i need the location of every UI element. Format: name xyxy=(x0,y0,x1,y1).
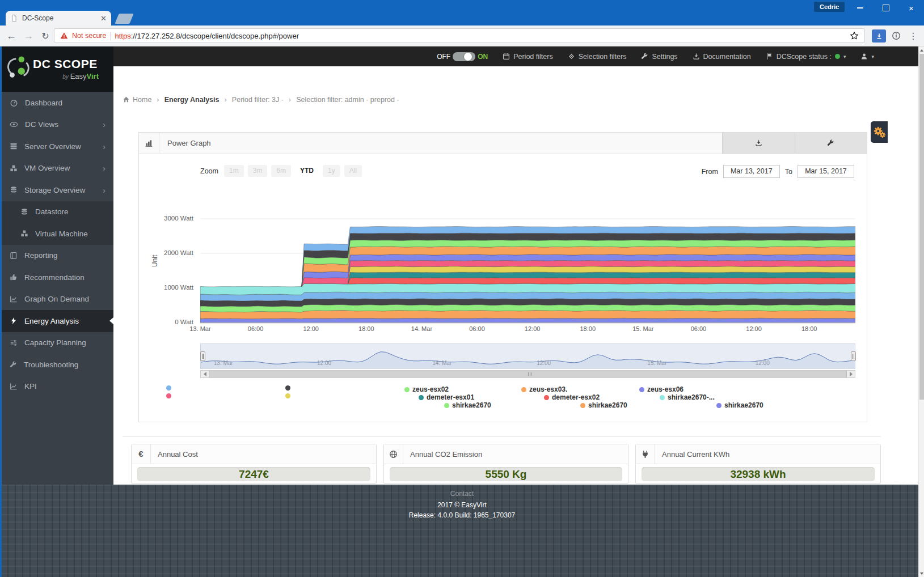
legend-dot xyxy=(521,387,526,392)
tab-title: DC-Scope xyxy=(22,14,96,22)
sidebar-item-capacity-planning[interactable]: Capacity Planning xyxy=(0,332,113,354)
toggle-track[interactable] xyxy=(453,52,475,61)
extension-download-button[interactable] xyxy=(872,29,886,43)
to-date-input[interactable]: Mar 15, 2017 xyxy=(798,165,854,178)
sidebar-item-label: Capacity Planning xyxy=(24,338,86,347)
legend-item-demeter-esx01[interactable]: demeter-esx01 xyxy=(419,393,474,401)
window-minimize-button[interactable] xyxy=(847,0,873,16)
window-close-button[interactable]: × xyxy=(898,0,924,16)
sidebar-item-dashboard[interactable]: Dashboard xyxy=(0,92,113,114)
navbar-item-item[interactable]: ▾ xyxy=(860,53,874,60)
browser-profile-badge[interactable]: Cedric xyxy=(814,2,845,12)
url-bar[interactable]: Not secure https://172.27.252.8/dcscope/… xyxy=(54,28,865,43)
legend-item-shirkae2670[interactable]: shirkae2670 xyxy=(580,401,627,409)
export-button[interactable] xyxy=(723,133,795,154)
scroll-right-arrow[interactable] xyxy=(847,371,855,377)
sidebar-item-recommendation[interactable]: Recommendation xyxy=(0,266,113,288)
scroll-down-button[interactable] xyxy=(919,570,924,577)
zoom-button-1m[interactable]: 1m xyxy=(224,165,244,177)
breadcrumb-home[interactable]: Home xyxy=(123,96,151,104)
scrollbar-grip xyxy=(528,372,532,376)
navigator-handle-left[interactable] xyxy=(200,351,205,361)
legend-item-item[interactable] xyxy=(166,393,171,398)
navbar-item-settings[interactable]: Settings xyxy=(641,53,677,61)
navigator-label: 12:00 xyxy=(537,360,551,366)
legend-item-shirkae2670[interactable]: shirkae2670 xyxy=(444,401,491,409)
legend-item-zeus-esx06[interactable]: zeus-esx06 xyxy=(639,385,683,393)
reload-button[interactable]: ↻ xyxy=(37,28,53,44)
navbar-item-documentation[interactable]: Documentation xyxy=(693,53,751,61)
scroll-left-arrow[interactable] xyxy=(201,371,209,377)
window-maximize-button[interactable] xyxy=(873,0,898,16)
scroll-up-button[interactable] xyxy=(919,46,924,54)
chart-scrollbar[interactable] xyxy=(200,370,855,378)
info-button[interactable] xyxy=(888,28,904,44)
page-scrollbar-thumb[interactable] xyxy=(919,54,924,400)
settings-gear-tab[interactable] xyxy=(871,121,888,143)
legend-label: demeter-esx02 xyxy=(552,393,600,401)
page-scrollbar[interactable] xyxy=(918,46,924,577)
sidebar-item-vm-overview[interactable]: VM Overview› xyxy=(0,158,113,180)
legend-item-item[interactable] xyxy=(166,385,171,391)
legend-item-zeus-esx03[interactable]: zeus-esx03. xyxy=(521,385,567,393)
zoom-button-1y[interactable]: 1y xyxy=(323,165,340,177)
wrench-icon xyxy=(641,53,648,60)
release-text: Release: 4.0.0 Build: 1965_170307 xyxy=(0,511,924,519)
sidebar-item-kpi[interactable]: KPI xyxy=(0,376,113,398)
navbar-item-dcscope-status[interactable]: DCScope status :▾ xyxy=(766,53,846,61)
sidebar-item-datastore[interactable]: Datastore xyxy=(0,201,113,223)
sidebar-item-storage-overview[interactable]: Storage Overview› xyxy=(0,179,113,201)
navigator-handle-right[interactable] xyxy=(851,351,856,361)
download-arrow-icon xyxy=(875,32,883,40)
zoom-button-ytd[interactable]: YTD xyxy=(295,165,319,177)
server-overview-icon xyxy=(10,142,18,150)
breadcrumb-label: Energy Analysis xyxy=(164,96,220,104)
legend-item-shirkae2670[interactable]: shirkae2670-... xyxy=(660,393,715,401)
navbar-item-period-filters[interactable]: Period filters xyxy=(503,53,552,61)
chevron-right-icon: › xyxy=(103,142,106,151)
url-rest: ://172.27.252.8/dcscope/client/dcscope.p… xyxy=(131,32,299,40)
bookmark-star-icon[interactable] xyxy=(850,31,859,40)
legend-item-shirkae2670[interactable]: shirkae2670 xyxy=(716,401,763,409)
navbar-item-selection-filters[interactable]: Selection filters xyxy=(568,53,627,61)
chart-navigator[interactable]: 13. Mar12:0014. Mar12:0015. Mar12:00 xyxy=(200,343,855,369)
chevron-right-icon: › xyxy=(103,120,106,129)
back-button[interactable]: ← xyxy=(3,28,19,44)
filters-toggle[interactable]: OFF ON xyxy=(437,52,488,61)
sidebar-item-energy-analysis[interactable]: Energy Analysis xyxy=(0,310,113,332)
legend-item-demeter-esx02[interactable]: demeter-esx02 xyxy=(544,393,600,401)
configure-button[interactable] xyxy=(795,133,867,154)
sidebar-item-reporting[interactable]: Reporting xyxy=(0,245,113,267)
screen: DC-Scope ✕ Cedric × ← → ↻ Not secure htt… xyxy=(0,0,924,577)
sidebar-item-virtual-machine[interactable]: Virtual Machine xyxy=(0,223,113,245)
zoom-button-6m[interactable]: 6m xyxy=(271,165,291,177)
configure-wrench-icon xyxy=(827,139,834,147)
new-tab-button[interactable] xyxy=(115,14,133,24)
contact-link[interactable]: Contact xyxy=(0,485,924,498)
browser-menu-button[interactable]: ⋮ xyxy=(905,28,921,44)
breadcrumb-separator: › xyxy=(225,95,227,104)
sidebar-item-server-overview[interactable]: Server Overview› xyxy=(0,135,113,158)
recommendation-icon xyxy=(10,273,18,281)
breadcrumb-energy-analysis[interactable]: Energy Analysis xyxy=(164,96,220,104)
tab-close-icon[interactable]: ✕ xyxy=(100,15,107,22)
breadcrumb-period-filter-3j[interactable]: Period filter: 3J - xyxy=(232,96,284,104)
sidebar-item-troubleshooting[interactable]: Troubleshooting xyxy=(0,354,113,376)
forward-button[interactable]: → xyxy=(20,28,36,44)
legend-item-item[interactable] xyxy=(285,385,290,391)
power-graph-chart[interactable] xyxy=(200,188,855,336)
sidebar-item-graph-on-demand[interactable]: Graph On Demand xyxy=(0,288,113,311)
breadcrumb-selection-filter-admin-preprod[interactable]: Selection filter: admin - preprod - xyxy=(296,96,399,104)
scrollbar-thumb[interactable] xyxy=(209,371,847,377)
zoom-button-all[interactable]: All xyxy=(344,165,362,177)
legend-label: zeus-esx02 xyxy=(412,385,449,393)
card-value: 5550 Kg xyxy=(390,467,622,481)
app-logo: DC SCOPE by EasyVirt xyxy=(0,46,113,92)
legend-item-zeus-esx02[interactable]: zeus-esx02 xyxy=(404,385,449,393)
from-date-input[interactable]: Mar 13, 2017 xyxy=(723,165,780,178)
zoom-button-3m[interactable]: 3m xyxy=(248,165,268,177)
sidebar-item-dc-views[interactable]: DC Views› xyxy=(0,114,113,136)
browser-tab[interactable]: DC-Scope ✕ xyxy=(6,11,111,26)
legend-item-item[interactable] xyxy=(285,393,290,398)
logo-title: DC SCOPE xyxy=(33,57,98,71)
